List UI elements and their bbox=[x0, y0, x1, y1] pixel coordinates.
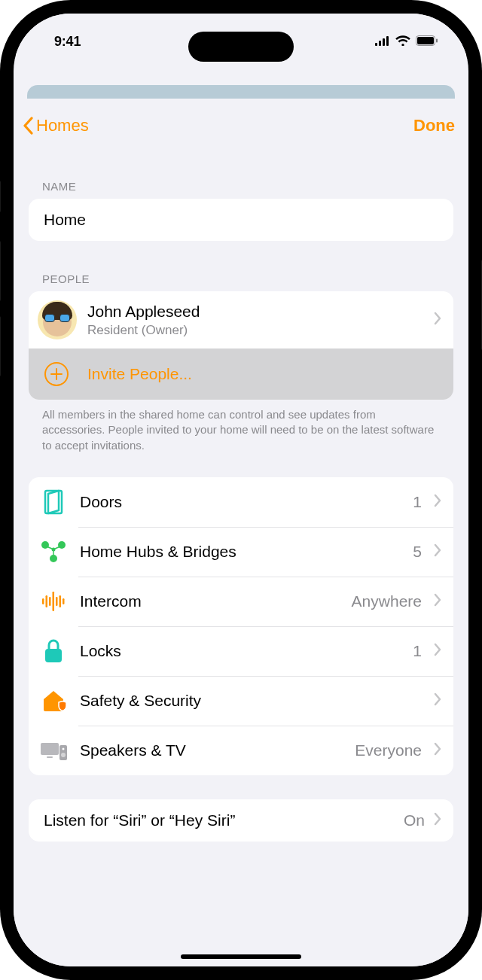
svg-point-9 bbox=[41, 541, 49, 549]
svg-rect-19 bbox=[63, 598, 65, 604]
person-name: John Appleseed bbox=[87, 302, 423, 321]
chevron-right-icon bbox=[434, 494, 441, 510]
lock-icon bbox=[39, 637, 68, 665]
svg-rect-0 bbox=[375, 43, 377, 46]
svg-rect-21 bbox=[41, 743, 59, 755]
siri-value: On bbox=[404, 811, 425, 829]
svg-rect-6 bbox=[436, 38, 438, 42]
chevron-right-icon bbox=[434, 643, 441, 659]
hub-icon bbox=[39, 537, 68, 566]
svg-point-12 bbox=[52, 547, 56, 551]
svg-rect-14 bbox=[46, 595, 48, 607]
battery-icon bbox=[416, 35, 438, 49]
svg-rect-3 bbox=[386, 36, 389, 46]
row-value: 5 bbox=[413, 543, 422, 561]
home-name-input[interactable] bbox=[29, 199, 453, 241]
content: NAME PEOPLE John Appleseed bbox=[14, 153, 468, 842]
svg-rect-18 bbox=[59, 595, 62, 607]
back-label: Homes bbox=[36, 116, 89, 135]
row-label: Speakers & TV bbox=[80, 741, 343, 759]
svg-point-25 bbox=[61, 753, 66, 757]
status-time: 9:41 bbox=[54, 34, 81, 50]
chevron-right-icon bbox=[434, 742, 441, 759]
svg-point-24 bbox=[63, 747, 65, 750]
svg-rect-2 bbox=[383, 38, 385, 46]
back-button[interactable]: Homes bbox=[21, 115, 89, 136]
device-frame: 9:41 Homes bbox=[0, 0, 482, 980]
siri-row[interactable]: Listen for “Siri” or “Hey Siri” On bbox=[29, 799, 453, 842]
name-card bbox=[29, 199, 453, 241]
row-value: 1 bbox=[413, 642, 422, 660]
people-footer-text: All members in the shared home can contr… bbox=[29, 400, 453, 453]
siri-label: Listen for “Siri” or “Hey Siri” bbox=[44, 811, 395, 829]
safety-icon bbox=[39, 686, 68, 715]
row-home-hubs[interactable]: Home Hubs & Bridges 5 bbox=[29, 527, 453, 577]
svg-rect-15 bbox=[49, 597, 51, 606]
row-value: 1 bbox=[413, 493, 422, 511]
nav-bar: Homes Done bbox=[14, 99, 468, 153]
people-card: John Appleseed Resident (Owner) Invite P… bbox=[29, 291, 453, 400]
door-icon bbox=[39, 488, 68, 516]
avatar bbox=[38, 300, 77, 339]
name-section-header: NAME bbox=[29, 153, 453, 199]
chevron-right-icon bbox=[434, 812, 441, 829]
chevron-right-icon bbox=[434, 543, 441, 560]
row-intercom[interactable]: Intercom Anywhere bbox=[29, 577, 453, 626]
people-section-header: PEOPLE bbox=[29, 241, 453, 291]
svg-rect-20 bbox=[45, 649, 62, 662]
svg-rect-17 bbox=[56, 597, 58, 606]
chevron-right-icon bbox=[434, 692, 441, 709]
row-label: Intercom bbox=[80, 592, 340, 610]
invite-people-button[interactable]: Invite People... bbox=[29, 348, 453, 400]
status-icons bbox=[375, 35, 438, 49]
row-locks[interactable]: Locks 1 bbox=[29, 626, 453, 676]
row-speakers-tv[interactable]: Speakers & TV Everyone bbox=[29, 726, 453, 775]
person-role: Resident (Owner) bbox=[87, 322, 423, 338]
row-safety-security[interactable]: Safety & Security bbox=[29, 676, 453, 726]
dynamic-island bbox=[188, 32, 294, 62]
siri-card: Listen for “Siri” or “Hey Siri” On bbox=[29, 799, 453, 842]
done-button[interactable]: Done bbox=[413, 116, 455, 135]
plus-icon bbox=[43, 361, 70, 388]
side-button bbox=[0, 316, 1, 376]
row-value: Anywhere bbox=[352, 592, 422, 610]
chevron-right-icon bbox=[434, 312, 441, 328]
side-button bbox=[0, 181, 1, 212]
svg-point-11 bbox=[50, 555, 57, 562]
settings-sheet: Homes Done NAME PEOPLE bbox=[14, 99, 468, 966]
row-label: Doors bbox=[80, 493, 401, 511]
accessories-card: Doors 1 Home Hubs & Bridges 5 bbox=[29, 477, 453, 775]
home-indicator[interactable] bbox=[181, 954, 301, 959]
cellular-icon bbox=[375, 35, 390, 49]
person-info: John Appleseed Resident (Owner) bbox=[87, 302, 423, 338]
svg-rect-22 bbox=[47, 756, 53, 758]
row-value: Everyone bbox=[355, 741, 422, 759]
invite-label: Invite People... bbox=[87, 365, 192, 383]
screen: 9:41 Homes bbox=[14, 14, 468, 966]
svg-rect-1 bbox=[379, 41, 381, 46]
svg-point-10 bbox=[58, 541, 66, 549]
person-row[interactable]: John Appleseed Resident (Owner) bbox=[29, 291, 453, 348]
svg-rect-5 bbox=[417, 37, 434, 44]
intercom-icon bbox=[39, 587, 68, 616]
speakers-tv-icon bbox=[39, 736, 68, 765]
chevron-left-icon bbox=[21, 115, 35, 136]
row-label: Locks bbox=[80, 642, 401, 660]
row-label: Home Hubs & Bridges bbox=[80, 543, 401, 561]
svg-rect-13 bbox=[42, 598, 44, 604]
svg-rect-16 bbox=[53, 592, 55, 611]
chevron-right-icon bbox=[434, 593, 441, 610]
wifi-icon bbox=[395, 35, 410, 49]
side-button bbox=[0, 241, 1, 301]
row-doors[interactable]: Doors 1 bbox=[29, 477, 453, 527]
row-label: Safety & Security bbox=[80, 692, 410, 710]
